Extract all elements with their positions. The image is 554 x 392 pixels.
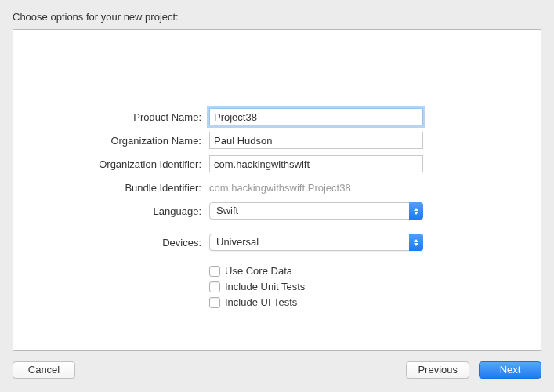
label-language: Language: bbox=[84, 205, 209, 217]
label-org-name: Organization Name: bbox=[84, 135, 209, 147]
next-button[interactable]: Next bbox=[479, 361, 541, 379]
new-project-options-dialog: Choose options for your new project: Pro… bbox=[0, 0, 554, 392]
organization-identifier-field[interactable] bbox=[209, 155, 423, 172]
previous-button[interactable]: Previous bbox=[406, 361, 469, 379]
label-bundle-identifier: Bundle Identifier: bbox=[84, 182, 209, 194]
checkbox-ui-tests[interactable]: Include UI Tests bbox=[209, 296, 423, 308]
label-org-identifier: Organization Identifier: bbox=[84, 158, 209, 170]
checkbox-unit-tests[interactable]: Include Unit Tests bbox=[209, 281, 423, 292]
organization-name-field[interactable] bbox=[209, 132, 423, 149]
row-checkboxes: Use Core Data Include Unit Tests Include… bbox=[84, 265, 470, 312]
devices-select[interactable]: Universal bbox=[209, 234, 423, 251]
dialog-title: Choose options for your new project: bbox=[13, 11, 541, 23]
checkbox-icon bbox=[209, 266, 220, 277]
row-org-identifier: Organization Identifier: bbox=[84, 155, 470, 172]
label-product-name: Product Name: bbox=[84, 111, 209, 123]
cancel-button[interactable]: Cancel bbox=[13, 361, 75, 379]
row-language: Language: Swift bbox=[84, 202, 470, 220]
product-name-field[interactable] bbox=[209, 108, 423, 125]
row-devices: Devices: Universal bbox=[84, 234, 470, 251]
checkbox-ui-tests-label: Include UI Tests bbox=[225, 296, 297, 308]
checkbox-core-data[interactable]: Use Core Data bbox=[209, 265, 423, 277]
bundle-identifier-value: com.hackingwithswift.Project38 bbox=[209, 180, 423, 195]
checkbox-core-data-label: Use Core Data bbox=[225, 265, 292, 277]
row-org-name: Organization Name: bbox=[84, 132, 470, 149]
language-select-value: Swift bbox=[209, 202, 423, 220]
button-bar: Cancel Previous Next bbox=[13, 361, 541, 379]
chevron-up-down-icon bbox=[409, 202, 423, 220]
form: Product Name: Organization Name: Organiz… bbox=[13, 108, 541, 318]
row-bundle-identifier: Bundle Identifier: com.hackingwithswift.… bbox=[84, 179, 470, 196]
chevron-up-down-icon bbox=[409, 234, 423, 251]
checkbox-icon bbox=[209, 297, 220, 308]
language-select[interactable]: Swift bbox=[209, 202, 423, 220]
label-devices: Devices: bbox=[84, 237, 209, 249]
checkbox-icon bbox=[209, 281, 220, 292]
checkbox-unit-tests-label: Include Unit Tests bbox=[225, 281, 305, 292]
row-product-name: Product Name: bbox=[84, 108, 470, 125]
devices-select-value: Universal bbox=[209, 234, 423, 251]
content-panel: Product Name: Organization Name: Organiz… bbox=[13, 29, 541, 351]
